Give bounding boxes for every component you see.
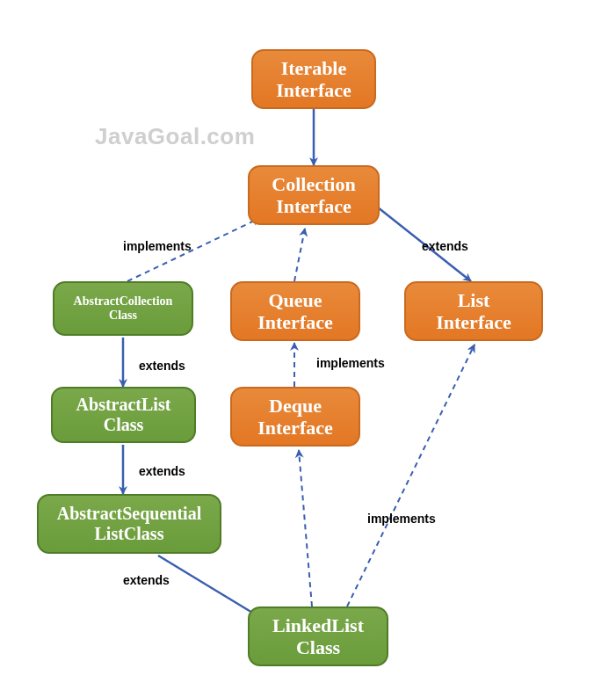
node-title: Iterable — [276, 57, 351, 79]
node-queue-interface: Queue Interface — [230, 281, 360, 341]
diagram-canvas: JavaGoal.com Iterable Interface Collecti… — [0, 0, 616, 690]
node-iterable-interface: Iterable Interface — [251, 49, 376, 109]
node-collection-interface: Collection Interface — [248, 165, 380, 225]
node-subtitle: Interface — [257, 311, 333, 333]
node-title: Deque — [257, 395, 333, 417]
node-subtitle: Interface — [276, 79, 351, 101]
node-abstractlist-class: AbstractList Class — [51, 387, 196, 443]
watermark: JavaGoal.com — [95, 123, 255, 150]
node-subtitle: ListClass — [57, 524, 201, 544]
svg-line-9 — [347, 345, 475, 606]
node-title: AbstractCollection — [74, 294, 173, 309]
node-title: List — [436, 289, 511, 311]
node-list-interface: List Interface — [404, 281, 543, 341]
edge-label-implements: implements — [316, 356, 385, 370]
node-subtitle: Interface — [272, 195, 355, 217]
edge-label-implements: implements — [123, 239, 192, 253]
svg-line-8 — [299, 450, 312, 606]
edge-label-extends: extends — [422, 239, 468, 253]
node-subtitle: Class — [74, 309, 173, 323]
node-deque-interface: Deque Interface — [230, 387, 360, 447]
node-abstractcollection-class: AbstractCollection Class — [53, 281, 193, 336]
edge-label-extends: extends — [123, 573, 170, 587]
edge-label-extends: extends — [139, 359, 185, 373]
svg-line-6 — [294, 229, 305, 281]
node-subtitle: Class — [272, 636, 364, 658]
edge-label-implements: implements — [367, 512, 436, 526]
node-abstractsequentiallist-class: AbstractSequential ListClass — [37, 494, 221, 554]
node-title: LinkedList — [272, 614, 364, 636]
node-subtitle: Interface — [257, 417, 333, 439]
edge-label-extends: extends — [139, 464, 185, 478]
node-subtitle: Class — [76, 415, 171, 435]
node-title: Collection — [272, 173, 355, 195]
node-title: Queue — [257, 289, 333, 311]
node-subtitle: Interface — [436, 311, 511, 333]
node-linkedlist-class: LinkedList Class — [248, 606, 388, 666]
node-title: AbstractSequential — [57, 504, 201, 524]
node-title: AbstractList — [76, 395, 171, 415]
